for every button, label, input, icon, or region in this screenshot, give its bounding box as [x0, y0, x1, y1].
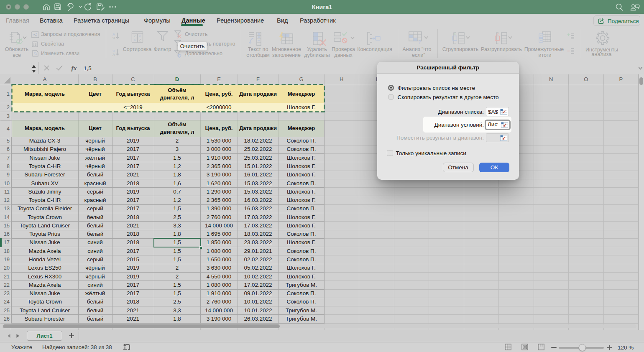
svg-text:?: ? — [418, 39, 421, 45]
svg-text:А: А — [112, 32, 115, 36]
svg-text:А: А — [112, 53, 115, 57]
svg-text:Z: Z — [139, 38, 141, 42]
svg-text:Я: Я — [112, 36, 115, 40]
svg-text:Я: Я — [112, 49, 115, 53]
svg-text:А: А — [133, 38, 136, 42]
